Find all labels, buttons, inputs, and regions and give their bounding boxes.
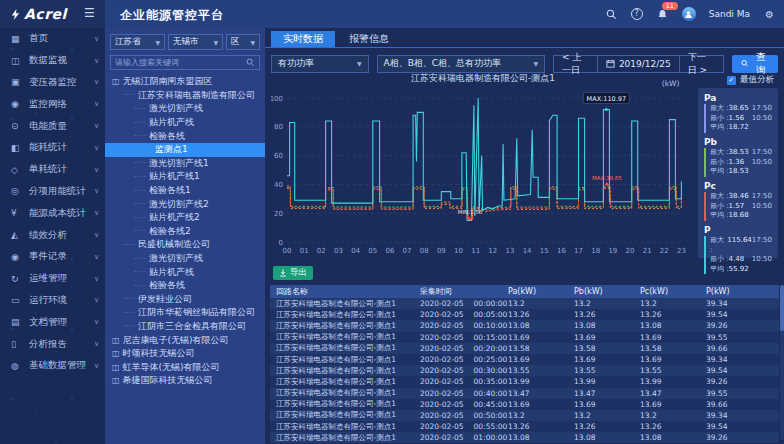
- cell-date: 2020-02-05: [420, 400, 464, 409]
- device-tree-panel: 江苏省▼ 无锡市▼ 区▼ ◫无锡江阴南闸东盟园区····江苏安科瑞电器制造有限公…: [105, 28, 265, 444]
- sidebar-item-7[interactable]: ◇单耗统计∨: [0, 159, 105, 181]
- prev-day-button[interactable]: < 上一日: [554, 56, 597, 72]
- cell-time: 2020-02-0500:15:00: [420, 333, 508, 342]
- tree-node[interactable]: ····伊发鞋业公司: [110, 293, 260, 307]
- sidebar-item-5[interactable]: ⊙电能质量∨: [0, 115, 105, 137]
- sidebar-item-4[interactable]: ◉监控网络∨: [0, 93, 105, 115]
- sidebar-item-14[interactable]: ▤文档管理∨: [0, 311, 105, 333]
- table-scrollbar[interactable]: [780, 285, 784, 440]
- user-name[interactable]: Sandi Ma: [709, 9, 750, 19]
- table-row[interactable]: 江苏安科瑞电器制造有限公司-测点12020-02-0500:45:0013.69…: [270, 399, 779, 410]
- checkbox-checked-icon: ✓: [727, 76, 736, 85]
- table-row[interactable]: 江苏安科瑞电器制造有限公司-测点12020-02-0500:50:0013.21…: [270, 410, 779, 421]
- stat-time: 17:50: [752, 104, 772, 114]
- sidebar-item-2[interactable]: ◫数据监视∨: [0, 50, 105, 72]
- tree-node-label: 贴片机产线: [149, 116, 194, 129]
- tree-node[interactable]: ◫时颂科技无锡公司: [110, 347, 260, 361]
- tab-alarm-info[interactable]: 报警信息: [337, 31, 401, 47]
- report-icon: ▯: [11, 339, 24, 349]
- sidebar-item-8[interactable]: ◎分项用能统计∨: [0, 181, 105, 203]
- phase-select[interactable]: A相、B相、C相、总有功功率▼: [377, 55, 546, 73]
- tree-node[interactable]: ◫希捷国际科技无锡公司: [110, 374, 260, 388]
- tree-node[interactable]: ◫虹羊导体(无锡)有限公司: [110, 360, 260, 374]
- query-button[interactable]: 查询: [732, 55, 778, 73]
- avatar[interactable]: [682, 7, 696, 21]
- sidebar-item-6[interactable]: ◧能耗统计∨: [0, 137, 105, 159]
- tree-node[interactable]: ····激光切割产线: [110, 102, 260, 116]
- sidebar-item-label: 绩效分析: [29, 229, 94, 242]
- city-select[interactable]: 无锡市▼: [168, 34, 223, 50]
- tree-node[interactable]: ····江阴市三合金检具有限公司: [110, 320, 260, 334]
- download-icon: [279, 269, 287, 277]
- table-header-row: 回路名称采集时间Pa(kW)Pb(kW)Pc(kW)P(kW): [270, 285, 779, 298]
- table-row[interactable]: 江苏安科瑞电器制造有限公司-测点12020-02-0500:30:0013.55…: [270, 365, 779, 376]
- tree-node[interactable]: ····激光切割产线2: [110, 197, 260, 211]
- stat-value: 38.46: [729, 192, 749, 202]
- tree-node[interactable]: ····贴片机产线2: [110, 211, 260, 225]
- table-row[interactable]: 江苏安科瑞电器制造有限公司-测点12020-02-0500:25:0013.69…: [270, 354, 779, 365]
- cell-pc: 13.47: [640, 389, 706, 398]
- stat-time: 17:50: [752, 236, 772, 255]
- next-day-button[interactable]: 下一日 >: [679, 56, 723, 72]
- stat-value: 38.53: [729, 148, 749, 158]
- cell-clock: 00:30:00: [474, 366, 508, 375]
- tree-node[interactable]: ····激光切割产线: [110, 252, 260, 266]
- table-row[interactable]: 江苏安科瑞电器制造有限公司-测点12020-02-0500:35:0013.99…: [270, 376, 779, 387]
- sidebar-item-15[interactable]: ▯分析报告∨: [0, 333, 105, 355]
- table-row[interactable]: 江苏安科瑞电器制造有限公司-测点12020-02-0500:10:0013.08…: [270, 320, 779, 331]
- x-tick-label: 08: [420, 247, 429, 255]
- cell-pc: 13.69: [640, 400, 706, 409]
- province-select[interactable]: 江苏省▼: [110, 34, 165, 50]
- sidebar-item-16[interactable]: ◍基础数据管理∨: [0, 355, 105, 377]
- district-select[interactable]: 区▼: [226, 34, 260, 50]
- sidebar-item-1[interactable]: ▦首页∨: [0, 28, 105, 50]
- sidebar-item-13[interactable]: ▭运行环境∨: [0, 290, 105, 312]
- sidebar-item-12[interactable]: ↻运维管理∨: [0, 268, 105, 290]
- tree-node[interactable]: ····江苏安科瑞电器制造有限公司: [110, 89, 260, 103]
- sidebar-item-label: 事件记录: [29, 250, 94, 263]
- tab-realtime-data[interactable]: 实时数据: [271, 31, 335, 47]
- sidebar-item-10[interactable]: ◭绩效分析∨: [0, 224, 105, 246]
- tree-node[interactable]: ····检验各线: [110, 279, 260, 293]
- settings-gear-icon[interactable]: ⚙: [763, 8, 776, 21]
- max-analysis-toggle[interactable]: ✓ 最值分析: [727, 74, 774, 86]
- search-icon[interactable]: [605, 8, 618, 21]
- tree-node[interactable]: ····检验各线2: [110, 225, 260, 239]
- export-button[interactable]: 导出: [273, 266, 313, 280]
- help-icon[interactable]: ?: [631, 8, 643, 20]
- power-line-chart[interactable]: 0204060801000001020304050607080910111213…: [271, 74, 695, 264]
- cell-pa: 13.69: [508, 333, 574, 342]
- table-row[interactable]: 江苏安科瑞电器制造有限公司-测点12020-02-0501:00:0013.08…: [270, 432, 779, 443]
- table-row[interactable]: 江苏安科瑞电器制造有限公司-测点12020-02-0500:05:0013.26…: [270, 309, 779, 320]
- sidebar-item-9[interactable]: ¥能源成本统计∨: [0, 202, 105, 224]
- metric-select[interactable]: 有功功率▼: [271, 55, 369, 73]
- tree-node[interactable]: ····贴片机产线: [110, 265, 260, 279]
- tree-node[interactable]: ····民盛机械制造公司: [110, 238, 260, 252]
- hamburger-menu-icon[interactable]: ☰: [84, 6, 95, 20]
- table-row[interactable]: 江苏安科瑞电器制造有限公司-测点12020-02-0500:15:0013.69…: [270, 332, 779, 343]
- building-icon: ◫: [112, 77, 120, 86]
- notifications-bell-icon[interactable]: 11: [656, 8, 669, 21]
- tree-node[interactable]: ····检验各线: [110, 129, 260, 143]
- tree-node[interactable]: ····江阴市华菘钢丝制品有限公司: [110, 306, 260, 320]
- sidebar-item-3[interactable]: ▣变压器监控∨: [0, 72, 105, 94]
- chevron-down-icon: ∨: [94, 275, 99, 283]
- cell-pa: 13.08: [508, 433, 574, 442]
- tree-node[interactable]: ◫尼吉康电子(无锡)有限公司: [110, 333, 260, 347]
- table-row[interactable]: 江苏安科瑞电器制造有限公司-测点12020-02-0500:20:0013.58…: [270, 343, 779, 354]
- table-row[interactable]: 江苏安科瑞电器制造有限公司-测点12020-02-0500:40:0013.47…: [270, 388, 779, 399]
- scrollbar-thumb[interactable]: [780, 285, 784, 331]
- date-picker[interactable]: 2019/12/25: [597, 56, 679, 72]
- tree-search-input[interactable]: [115, 58, 246, 67]
- sidebar-item-11[interactable]: ◉事件记录∨: [0, 246, 105, 268]
- tree-node[interactable]: ◫无锡江阴南闸东盟园区: [110, 75, 260, 89]
- tree-node[interactable]: ····贴片机产线: [110, 116, 260, 130]
- tree-node[interactable]: ····贴片机产线1: [110, 170, 260, 184]
- search-icon[interactable]: [246, 58, 255, 67]
- tree-node[interactable]: ····激光切割产线1: [110, 157, 260, 171]
- x-tick-label: 22: [660, 247, 669, 255]
- tree-node[interactable]: ····检验各线1: [110, 184, 260, 198]
- table-row[interactable]: 江苏安科瑞电器制造有限公司-测点12020-02-0500:55:0013.26…: [270, 421, 779, 432]
- tree-node[interactable]: ····监测点1: [105, 143, 265, 157]
- table-row[interactable]: 江苏安科瑞电器制造有限公司-测点12020-02-0500:00:0013.21…: [270, 298, 779, 309]
